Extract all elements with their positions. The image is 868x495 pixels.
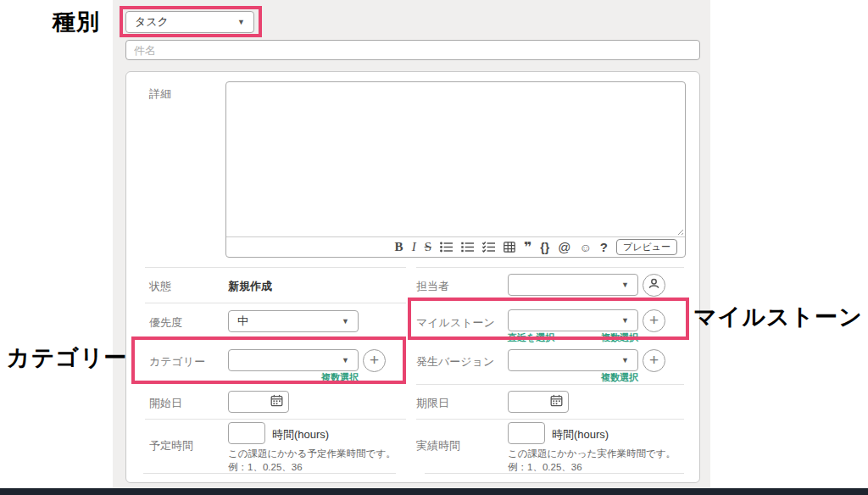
assign-me-button[interactable] <box>643 274 665 297</box>
bullet-list-icon[interactable] <box>440 242 453 253</box>
editor-toolbar: B I S ❞ {} @ ☺ ? プレビュー <box>226 236 685 257</box>
add-version-button[interactable]: + <box>643 349 665 372</box>
description-label: 詳細 <box>149 86 171 102</box>
task-list-icon[interactable] <box>482 242 495 253</box>
estimated-hours-input[interactable] <box>228 422 265 444</box>
start-date-label: 開始日 <box>149 396 182 411</box>
subject-input[interactable] <box>125 40 700 60</box>
version-label: 発生バージョン <box>416 354 494 370</box>
chevron-down-icon: ▼ <box>621 281 629 289</box>
actual-hours-example: 例：1、0.25、36 <box>508 461 582 474</box>
person-icon <box>648 277 660 293</box>
divider <box>416 267 684 268</box>
chevron-down-icon: ▼ <box>342 317 349 325</box>
description-textarea[interactable] <box>226 82 685 236</box>
issue-form-card: 詳細 B I S ❞ {} @ ☺ ? プレビュー <box>125 71 700 483</box>
divider <box>145 267 406 268</box>
quote-icon[interactable]: ❞ <box>524 241 531 254</box>
actual-hours-label: 実績時間 <box>416 438 460 453</box>
estimated-hours-help: この課題にかかる予定作業時間です。 <box>228 448 396 460</box>
estimated-hours-label: 予定時間 <box>149 438 193 453</box>
status-value: 新規作成 <box>228 279 272 294</box>
start-date-input[interactable] <box>228 391 289 413</box>
plus-icon: + <box>649 352 659 368</box>
status-label: 状態 <box>149 279 171 294</box>
estimated-hours-unit: 時間(hours) <box>272 427 329 442</box>
footer-bar <box>0 488 868 495</box>
description-editor: B I S ❞ {} @ ☺ ? プレビュー <box>225 81 686 258</box>
preview-button[interactable]: プレビュー <box>616 239 677 255</box>
assignee-select[interactable]: ▼ <box>508 274 638 296</box>
priority-value: 中 <box>237 314 248 329</box>
divider <box>145 303 406 303</box>
highlight-box-type <box>120 6 262 37</box>
actual-hours-help: この課題にかかった実作業時間です。 <box>508 448 676 460</box>
help-icon[interactable]: ? <box>600 241 608 253</box>
table-icon[interactable] <box>504 242 515 253</box>
estimated-hours-example: 例：1、0.25、36 <box>228 461 303 474</box>
divider <box>416 419 684 420</box>
divider <box>145 419 406 420</box>
annotation-category: カテゴリー <box>7 342 128 373</box>
divider <box>416 384 684 385</box>
italic-icon[interactable]: I <box>412 241 416 253</box>
bold-icon[interactable]: B <box>395 241 403 253</box>
due-date-input[interactable] <box>508 391 569 413</box>
assignee-label: 担当者 <box>416 279 449 294</box>
link-icon[interactable]: @ <box>558 241 570 253</box>
priority-select[interactable]: 中 ▼ <box>228 310 359 332</box>
ordered-list-icon[interactable] <box>461 242 474 253</box>
version-select[interactable]: ▼ <box>508 349 638 371</box>
resize-handle[interactable] <box>676 227 683 235</box>
actual-hours-unit: 時間(hours) <box>552 427 609 442</box>
strikethrough-icon[interactable]: S <box>425 241 431 253</box>
calendar-icon <box>270 394 283 410</box>
annotation-type: 種別 <box>53 7 100 37</box>
highlight-box-category <box>131 336 406 384</box>
code-icon[interactable]: {} <box>540 242 549 253</box>
priority-label: 優先度 <box>149 315 182 331</box>
chevron-down-icon: ▼ <box>621 356 629 364</box>
version-multi-link[interactable]: 複数選択 <box>508 371 638 384</box>
due-date-label: 期限日 <box>416 396 449 411</box>
actual-hours-input[interactable] <box>508 422 545 444</box>
emoji-icon[interactable]: ☺ <box>580 242 592 253</box>
annotation-milestone: マイルストーン <box>693 302 863 332</box>
calendar-icon <box>550 394 563 410</box>
highlight-box-milestone <box>408 298 689 340</box>
issue-add-screenshot: タスク ▼ 詳細 B I S ❞ {} @ ☺ ? <box>0 0 868 495</box>
